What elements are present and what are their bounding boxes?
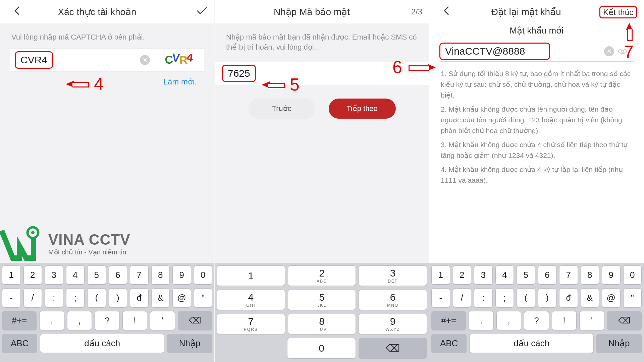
captcha-image: CVR4: [157, 52, 200, 68]
key-đ[interactable]: đ: [559, 288, 578, 308]
refresh-captcha-link[interactable]: Làm mới.: [10, 72, 204, 86]
key-3[interactable]: 3: [474, 265, 493, 285]
key-4[interactable]: 4: [495, 265, 514, 285]
key-@[interactable]: @: [172, 288, 191, 308]
key-/[interactable]: /: [453, 288, 472, 308]
key--[interactable]: -: [431, 288, 450, 308]
key--[interactable]: -: [2, 288, 21, 308]
key-)[interactable]: ): [538, 288, 557, 308]
key-6[interactable]: 6: [538, 265, 557, 285]
key-/[interactable]: /: [23, 288, 42, 308]
key-@[interactable]: @: [602, 288, 621, 308]
key-2[interactable]: 2: [453, 265, 472, 285]
code-input[interactable]: 7625: [222, 65, 256, 82]
key-enter[interactable]: Nhập: [167, 334, 212, 353]
key-2[interactable]: 2: [23, 265, 42, 285]
key-([interactable]: (: [517, 288, 535, 308]
key-backspace[interactable]: ⌫: [607, 311, 642, 330]
numpad-row-3: 7PQRS8TUV9WXYZ: [217, 314, 427, 335]
key-toggle-symbols[interactable]: #+=: [431, 311, 466, 330]
key-6[interactable]: 6: [109, 265, 127, 285]
password-input[interactable]: VinaCCTV@8888: [439, 43, 550, 60]
key-question[interactable]: ?: [524, 311, 549, 330]
key-1[interactable]: 1: [2, 265, 21, 285]
key-0[interactable]: 0: [287, 338, 356, 359]
key-2[interactable]: 2ABC: [288, 265, 356, 286]
keyboard-symbol: 1234567890 -/:;()đ&@" #+= . , ? ! ' ⌫ AB…: [429, 263, 644, 362]
key-7[interactable]: 7: [130, 265, 149, 285]
key-apos[interactable]: ': [150, 311, 175, 330]
page-title: Đặt lại mật khẩu: [453, 6, 599, 17]
key-0[interactable]: 0: [194, 265, 213, 285]
password-rules: 1. Sử dụng tối thiểu 8 ký tự, bao gồm ít…: [439, 63, 634, 186]
key-8[interactable]: 8: [581, 265, 599, 285]
subtitle: Mật khẩu mới: [439, 23, 634, 41]
prev-button[interactable]: Trước: [248, 99, 315, 119]
numpad-row-1: 12ABC3DEF: [217, 265, 427, 286]
key-abc[interactable]: ABC: [431, 334, 467, 353]
key-8[interactable]: 8TUV: [288, 314, 356, 335]
numpad-row-2: 4GHI5JKL6MNO: [217, 290, 427, 310]
key-3[interactable]: 3DEF: [359, 265, 427, 286]
confirm-button[interactable]: [171, 6, 208, 17]
key-9[interactable]: 9WXYZ: [359, 314, 427, 335]
key-9[interactable]: 9: [172, 265, 191, 285]
key-([interactable]: (: [87, 288, 106, 308]
captcha-input[interactable]: CVR4: [15, 51, 53, 69]
key-)[interactable]: ): [109, 288, 127, 308]
key-:[interactable]: :: [474, 288, 493, 308]
keyboard-numeric: 12ABC3DEF4GHI5JKL6MNO7PQRS8TUV9WXYZ0⌫: [215, 263, 429, 362]
key-comma[interactable]: ,: [67, 311, 92, 330]
key-space[interactable]: dấu cách: [40, 334, 164, 353]
key-backspace[interactable]: ⌫: [359, 338, 427, 359]
finish-button[interactable]: Kết thúc: [599, 6, 637, 18]
key-apos[interactable]: ': [579, 311, 604, 330]
kb-row-4: ABC dấu cách Nhập: [2, 334, 212, 353]
key-6[interactable]: 6MNO: [359, 290, 427, 310]
key-toggle-symbols[interactable]: #+=: [2, 311, 37, 330]
key-đ[interactable]: đ: [130, 288, 149, 308]
next-button[interactable]: Tiếp theo: [329, 99, 396, 119]
key-4[interactable]: 4GHI: [217, 290, 285, 310]
key-&[interactable]: &: [581, 288, 599, 308]
key-;[interactable]: ;: [495, 288, 514, 308]
key-3[interactable]: 3: [45, 265, 63, 285]
back-button[interactable]: [443, 6, 453, 18]
key-abc[interactable]: ABC: [2, 334, 37, 353]
captcha-input-row: CVR4 ✕ CVR4: [10, 48, 204, 72]
key-"[interactable]: ": [623, 288, 642, 308]
key-space[interactable]: dấu cách: [469, 334, 594, 353]
svg-point-3: [622, 50, 624, 53]
key-5[interactable]: 5: [517, 265, 535, 285]
page-title: Nhập Mã bảo mật: [238, 6, 385, 17]
back-button[interactable]: [13, 6, 23, 18]
key-enter[interactable]: Nhập: [596, 334, 642, 353]
key-5[interactable]: 5JKL: [288, 290, 356, 310]
key-1[interactable]: 1: [217, 265, 285, 286]
clear-icon[interactable]: ✕: [604, 46, 614, 56]
key-7[interactable]: 7: [559, 265, 578, 285]
key-period[interactable]: .: [39, 311, 64, 330]
key-comma[interactable]: ,: [496, 311, 521, 330]
arrow-up-icon: [625, 23, 633, 42]
key-bang[interactable]: !: [552, 311, 577, 330]
key-1[interactable]: 1: [431, 265, 450, 285]
key-bang[interactable]: !: [122, 311, 147, 330]
screen-reset-password: Đặt lại mật khẩu Kết thúc Mật khẩu mới V…: [429, 0, 644, 362]
key-&[interactable]: &: [151, 288, 170, 308]
key-7[interactable]: 7PQRS: [217, 314, 285, 335]
key-question[interactable]: ?: [95, 311, 119, 330]
key-4[interactable]: 4: [66, 265, 85, 285]
key-8[interactable]: 8: [151, 265, 170, 285]
kb-row-1: 1234567890: [2, 265, 212, 285]
key-backspace[interactable]: ⌫: [178, 311, 212, 330]
clear-icon[interactable]: ✕: [140, 55, 150, 65]
key-:[interactable]: :: [45, 288, 63, 308]
key-;[interactable]: ;: [66, 288, 85, 308]
header: Đặt lại mật khẩu Kết thúc: [429, 0, 644, 23]
key-5[interactable]: 5: [87, 265, 106, 285]
key-0[interactable]: 0: [623, 265, 642, 285]
key-9[interactable]: 9: [602, 265, 621, 285]
key-period[interactable]: .: [469, 311, 493, 330]
key-"[interactable]: ": [194, 288, 213, 308]
